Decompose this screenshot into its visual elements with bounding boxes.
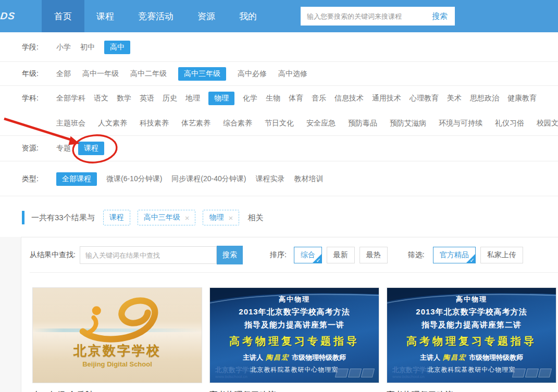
course-thumbnail: 北京数字学校Beijing Digital School	[32, 287, 202, 383]
source-filter-buttons: 官方精品私家上传	[433, 247, 528, 263]
filter-option[interactable]: 数学	[117, 94, 131, 103]
refine-label: 从结果中查找:	[30, 250, 76, 260]
filter-option[interactable]: 预防艾滋病	[390, 119, 426, 128]
filter-option[interactable]: 思想政治	[470, 94, 499, 103]
filter-option[interactable]: 高中选修	[278, 69, 307, 79]
filter-row: 类型:全部课程微课(6-10分钟课)同步课程(20-40分钟课)课程实录教材培训	[0, 161, 558, 196]
sort-option[interactable]: 最新	[327, 247, 355, 263]
filter-option[interactable]: 预防毒品	[348, 119, 377, 128]
filter-option[interactable]: 全部课程	[56, 172, 97, 186]
filter-option[interactable]: 同步课程(20-40分钟课)	[171, 174, 246, 184]
filter-options: 全部课程微课(6-10分钟课)同步课程(20-40分钟课)课程实录教材培训	[56, 172, 333, 186]
filter-option[interactable]: 节日文化	[265, 119, 294, 128]
filter-option[interactable]: 综合素养	[223, 119, 252, 128]
slide-presenter-line: 主讲人陶昌宏市级物理特级教师	[387, 353, 556, 362]
refine-search-input[interactable]	[80, 246, 217, 264]
nav-search-input[interactable]	[301, 12, 425, 20]
nav-search-button[interactable]: 搜索	[425, 11, 455, 21]
filter-option[interactable]: 物理	[208, 92, 234, 105]
slide-series-line: 2013年北京数字学校高考方法	[387, 307, 556, 317]
filter-options: 专题课程	[56, 142, 111, 155]
close-icon[interactable]: ×	[228, 214, 233, 222]
filter-option[interactable]: 专题	[56, 144, 71, 153]
course-title: 高考物理复习建议二	[387, 390, 556, 392]
nav-tabs: 首页课程竞赛活动资源我的	[42, 0, 558, 32]
filter-option[interactable]: 主题班会	[56, 119, 85, 128]
filter-option[interactable]: 礼仪习俗	[495, 119, 524, 128]
course-card[interactable]: 北京数字学校Beijing Digital School十一年级 全反射	[32, 287, 202, 392]
filter-option[interactable]: 音乐	[312, 94, 326, 103]
course-cards: 北京数字学校Beijing Digital School十一年级 全反射高中物理…	[32, 287, 558, 392]
accent-bar	[22, 211, 24, 224]
filter-option[interactable]: 微课(6-10分钟课)	[106, 174, 162, 184]
filter-option[interactable]: 健康教育	[507, 94, 537, 103]
source-filter-option[interactable]: 私家上传	[480, 247, 523, 263]
filter-option[interactable]: 安全应急	[306, 119, 336, 128]
result-count-text: 一共有33个结果与	[31, 213, 95, 223]
filter-option[interactable]: 信息技术	[334, 94, 364, 103]
course-card[interactable]: 高中物理2013年北京数字学校高考方法指导及能力提高讲座第二讲高考物理复习专题指…	[387, 287, 556, 392]
filter-option[interactable]: 校园文化	[537, 119, 558, 128]
filter-option[interactable]: 生物	[266, 94, 280, 103]
sort-option[interactable]: 最热	[359, 247, 388, 263]
filter-option-annotated[interactable]: 课程	[78, 142, 104, 155]
filter-option[interactable]: 美术	[447, 94, 462, 103]
filter-option[interactable]: 语文	[94, 94, 108, 103]
filter-option[interactable]: 高中二年级	[130, 69, 167, 79]
filter-row-label: 年级:	[22, 69, 56, 79]
filter-option[interactable]: 高中	[104, 41, 130, 54]
bds-logo[interactable]: BDS	[0, 0, 42, 32]
filter-option[interactable]: 全部学科	[56, 94, 85, 103]
slide-lecture-line: 指导及能力提高讲座第一讲	[210, 320, 379, 330]
slide-headline: 高考物理复习专题指导	[210, 334, 379, 348]
filter-option[interactable]: 体艺素养	[181, 119, 210, 128]
presenter-title: 市级物理特级教师	[292, 353, 346, 361]
refine-search-button[interactable]: 搜索	[217, 246, 243, 264]
filter-option[interactable]: 心理教育	[410, 94, 439, 103]
school-logo-swoosh-icon	[63, 291, 172, 347]
filter-option[interactable]: 化学	[243, 94, 257, 103]
result-tag[interactable]: 高中三年级×	[138, 210, 196, 225]
filter-option[interactable]: 英语	[140, 94, 154, 103]
filter-row: 主题班会人文素养科技素养体艺素养综合素养节日文化安全应急预防毒品预防艾滋病环境与…	[0, 111, 558, 136]
filter-option[interactable]: 教材培训	[294, 174, 324, 184]
presenter-name: 陶昌宏	[440, 353, 469, 361]
filter-row-label: 学段:	[22, 43, 56, 52]
course-card[interactable]: 高中物理2013年北京数字学校高考方法指导及能力提高讲座第一讲高考物理复习专题指…	[209, 287, 379, 392]
filter-option[interactable]: 地理	[185, 94, 200, 103]
slide-presenter-line: 主讲人陶昌宏市级物理特级教师	[210, 353, 379, 362]
slide-series-line: 2013年北京数字学校高考方法	[210, 307, 379, 317]
bds-logo-text: BDS	[0, 10, 16, 22]
filter-row: 学段:小学初中高中	[0, 33, 558, 62]
filter-option[interactable]: 体育	[289, 94, 303, 103]
nav-tab[interactable]: 竞赛活动	[126, 0, 185, 32]
result-suffix-text: 相关	[247, 213, 263, 223]
filter-option[interactable]: 科技素养	[140, 119, 169, 128]
filter-option[interactable]: 高中一年级	[82, 69, 119, 79]
close-icon[interactable]: ×	[185, 214, 190, 222]
filter-option[interactable]: 初中	[80, 43, 95, 52]
slide-headline: 高考物理复习专题指导	[387, 334, 556, 348]
sort-option[interactable]: 综合	[294, 247, 322, 263]
filter-option[interactable]: 环境与可持续	[439, 119, 482, 128]
filter-option[interactable]: 高中三年级	[178, 67, 226, 81]
filter-option[interactable]: 小学	[56, 43, 71, 52]
filter-option[interactable]: 历史	[163, 94, 177, 103]
source-filter-label: 筛选:	[408, 250, 425, 260]
nav-tab[interactable]: 课程	[84, 0, 126, 32]
result-tag[interactable]: 课程	[103, 210, 130, 225]
filter-option[interactable]: 课程实录	[256, 174, 285, 184]
filter-option[interactable]: 通用技术	[372, 94, 401, 103]
filter-option[interactable]: 全部	[56, 69, 71, 79]
nav-tab[interactable]: 我的	[227, 0, 269, 32]
page: BDS 首页课程竞赛活动资源我的 搜索 学段:小学初中高中年级:全部高中一年级高…	[0, 0, 558, 392]
course-thumbnail: 高中物理2013年北京数字学校高考方法指导及能力提高讲座第二讲高考物理复习专题指…	[387, 287, 556, 383]
filter-option[interactable]: 人文素养	[98, 119, 127, 128]
filter-option[interactable]: 高中必修	[238, 69, 267, 79]
slide-subject-line: 高中物理	[210, 295, 379, 304]
source-filter-option[interactable]: 官方精品	[433, 247, 476, 263]
nav-tab[interactable]: 首页	[42, 0, 84, 32]
result-tag[interactable]: 物理×	[203, 210, 239, 225]
course-title: 高考物理复习建议一	[209, 390, 379, 392]
nav-tab[interactable]: 资源	[185, 0, 227, 32]
